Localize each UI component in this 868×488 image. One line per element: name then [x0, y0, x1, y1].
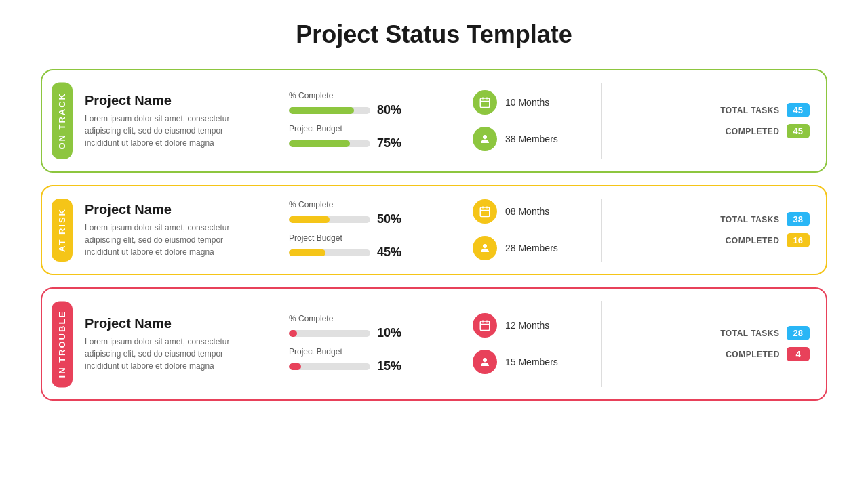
- svg-point-9: [483, 244, 487, 248]
- complete-bar-fill-at-risk: [289, 216, 330, 223]
- project-desc-at-risk: Lorem ipsum dolor sit amet, consectetur …: [85, 222, 248, 258]
- months-text-at-risk: 08 Months: [505, 206, 549, 217]
- divider-2-on-track: [452, 83, 452, 159]
- complete-item-on-track: % Complete 80%: [289, 91, 438, 117]
- info-section-on-track: 10 Months 38 Members: [466, 90, 588, 151]
- months-item-in-trouble: 12 Months: [473, 313, 588, 338]
- status-label-at-risk: AT RISK: [52, 199, 73, 262]
- divider-3-in-trouble: [601, 301, 602, 387]
- months-item-on-track: 10 Months: [473, 90, 588, 115]
- total-tasks-badge-in-trouble: 28: [787, 326, 810, 340]
- months-item-at-risk: 08 Months: [473, 199, 588, 224]
- tasks-section-at-risk: TOTAL TASKS 38 COMPLETED 16: [616, 212, 810, 247]
- budget-label-at-risk: Project Budget: [289, 233, 438, 243]
- budget-label-on-track: Project Budget: [289, 124, 438, 134]
- completed-row-on-track: COMPLETED 45: [623, 124, 810, 138]
- members-text-on-track: 38 Members: [505, 134, 558, 144]
- divider-3-at-risk: [601, 199, 602, 262]
- card-on-track: ON TRACK Project Name Lorem ipsum dolor …: [41, 69, 827, 173]
- tasks-section-in-trouble: TOTAL TASKS 28 COMPLETED 4: [616, 326, 810, 361]
- total-tasks-label-at-risk: TOTAL TASKS: [623, 215, 780, 224]
- project-desc-on-track: Lorem ipsum dolor sit amet, consectetur …: [85, 113, 248, 149]
- total-tasks-label-in-trouble: TOTAL TASKS: [623, 329, 780, 338]
- budget-row-in-trouble: 15%: [289, 359, 438, 373]
- months-text-on-track: 10 Months: [505, 97, 549, 108]
- tasks-section-on-track: TOTAL TASKS 45 COMPLETED 45: [616, 103, 810, 138]
- members-icon-in-trouble: [473, 350, 497, 374]
- budget-item-at-risk: Project Budget 45%: [289, 233, 438, 260]
- complete-label-in-trouble: % Complete: [289, 314, 438, 323]
- budget-bar-bg-at-risk: [289, 249, 370, 256]
- project-name-at-risk: Project Name: [85, 202, 248, 218]
- complete-pct-in-trouble: 10%: [377, 326, 401, 340]
- budget-pct-at-risk: 45%: [377, 245, 401, 260]
- members-icon-on-track: [473, 127, 497, 151]
- budget-label-in-trouble: Project Budget: [289, 347, 438, 357]
- completed-label-on-track: COMPLETED: [623, 127, 780, 136]
- progress-section-in-trouble: % Complete 10% Project Budget 15%: [289, 314, 438, 373]
- project-name-in-trouble: Project Name: [85, 316, 248, 331]
- budget-pct-in-trouble: 15%: [377, 359, 401, 373]
- budget-row-at-risk: 45%: [289, 245, 438, 260]
- complete-row-on-track: 80%: [289, 103, 438, 117]
- page-title: Project Status Template: [296, 20, 572, 49]
- total-tasks-row-at-risk: TOTAL TASKS 38: [623, 212, 810, 226]
- project-desc-in-trouble: Lorem ipsum dolor sit amet, consectetur …: [85, 336, 248, 372]
- members-item-at-risk: 28 Members: [473, 236, 588, 260]
- total-tasks-badge-at-risk: 38: [787, 212, 810, 226]
- status-label-on-track: ON TRACK: [52, 83, 73, 159]
- complete-row-in-trouble: 10%: [289, 326, 438, 340]
- members-item-in-trouble: 15 Members: [473, 350, 588, 374]
- complete-pct-at-risk: 50%: [377, 212, 401, 226]
- total-tasks-label-on-track: TOTAL TASKS: [623, 106, 780, 115]
- svg-point-4: [483, 135, 487, 139]
- budget-row-on-track: 75%: [289, 136, 438, 150]
- total-tasks-row-on-track: TOTAL TASKS 45: [623, 103, 810, 117]
- completed-badge-in-trouble: 4: [787, 347, 810, 361]
- budget-bar-fill-on-track: [289, 140, 350, 147]
- divider-2-in-trouble: [452, 301, 452, 387]
- project-info-at-risk: Project Name Lorem ipsum dolor sit amet,…: [85, 202, 261, 258]
- completed-row-at-risk: COMPLETED 16: [623, 233, 810, 247]
- svg-rect-5: [480, 207, 490, 217]
- complete-row-at-risk: 50%: [289, 212, 438, 226]
- info-section-at-risk: 08 Months 28 Members: [466, 199, 588, 260]
- complete-item-in-trouble: % Complete 10%: [289, 314, 438, 340]
- divider-2-at-risk: [452, 199, 452, 262]
- members-text-in-trouble: 15 Members: [505, 357, 558, 367]
- cards-container: ON TRACK Project Name Lorem ipsum dolor …: [41, 69, 827, 401]
- complete-bar-bg-at-risk: [289, 216, 370, 223]
- progress-section-at-risk: % Complete 50% Project Budget 45%: [289, 200, 438, 260]
- complete-bar-bg-in-trouble: [289, 330, 370, 337]
- completed-badge-at-risk: 16: [787, 233, 810, 247]
- completed-label-in-trouble: COMPLETED: [623, 350, 780, 359]
- svg-rect-0: [480, 98, 490, 108]
- calendar-icon-at-risk: [473, 199, 497, 224]
- divider-1-on-track: [275, 83, 275, 159]
- budget-item-in-trouble: Project Budget 15%: [289, 347, 438, 373]
- progress-section-on-track: % Complete 80% Project Budget 75%: [289, 91, 438, 150]
- completed-badge-on-track: 45: [787, 124, 810, 138]
- project-name-on-track: Project Name: [85, 93, 248, 108]
- svg-point-14: [483, 358, 487, 362]
- complete-label-at-risk: % Complete: [289, 200, 438, 209]
- total-tasks-badge-on-track: 45: [787, 103, 810, 117]
- project-info-in-trouble: Project Name Lorem ipsum dolor sit amet,…: [85, 316, 261, 372]
- svg-rect-10: [480, 321, 490, 331]
- card-in-trouble: IN TROUBLE Project Name Lorem ipsum dolo…: [41, 287, 827, 401]
- info-section-in-trouble: 12 Months 15 Members: [466, 313, 588, 374]
- divider-1-at-risk: [275, 199, 275, 262]
- complete-pct-on-track: 80%: [377, 103, 401, 117]
- complete-bar-bg-on-track: [289, 107, 370, 114]
- calendar-icon-in-trouble: [473, 313, 497, 338]
- budget-pct-on-track: 75%: [377, 136, 401, 150]
- complete-label-on-track: % Complete: [289, 91, 438, 100]
- complete-item-at-risk: % Complete 50%: [289, 200, 438, 226]
- budget-bar-fill-at-risk: [289, 249, 326, 256]
- budget-item-on-track: Project Budget 75%: [289, 124, 438, 150]
- members-icon-at-risk: [473, 236, 497, 260]
- budget-bar-fill-in-trouble: [289, 363, 301, 370]
- card-at-risk: AT RISK Project Name Lorem ipsum dolor s…: [41, 185, 827, 275]
- completed-row-in-trouble: COMPLETED 4: [623, 347, 810, 361]
- members-text-at-risk: 28 Members: [505, 243, 558, 253]
